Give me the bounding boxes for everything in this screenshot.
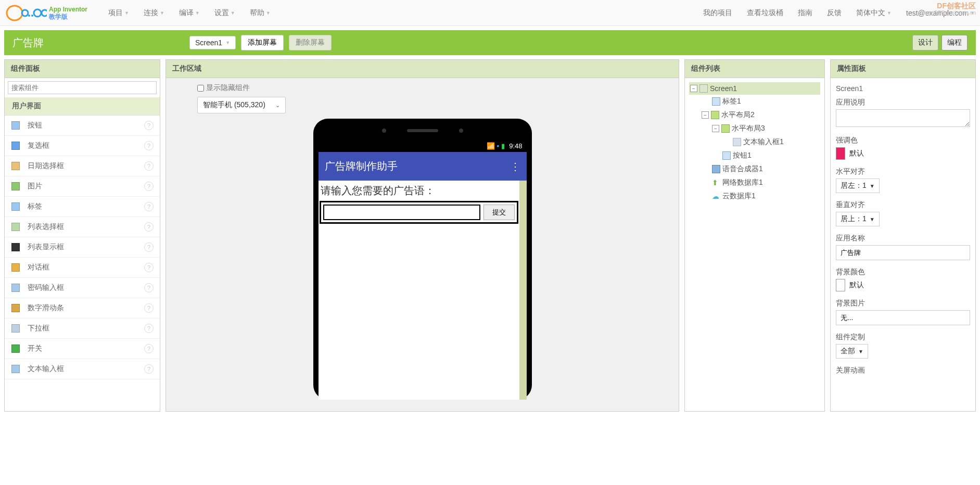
menu-help[interactable]: 帮助▼ — [250, 8, 271, 18]
tree-screen1[interactable]: − Screen1 — [689, 82, 820, 95]
component-icon — [11, 182, 20, 191]
help-icon[interactable]: ? — [144, 222, 154, 232]
menu-settings[interactable]: 设置▼ — [214, 8, 235, 18]
svg-point-2 — [28, 15, 30, 17]
palette-item-1[interactable]: 复选框? — [5, 136, 160, 156]
tree-button1[interactable]: 按钮1 — [689, 149, 820, 162]
tree-tts1[interactable]: 语音合成器1 — [689, 162, 820, 176]
link-guide[interactable]: 指南 — [798, 8, 812, 18]
prop-closeanim-label: 关屏动画 — [836, 366, 970, 375]
prop-bgcolor-value[interactable]: 默认 — [836, 279, 970, 291]
help-icon[interactable]: ? — [144, 242, 154, 252]
palette-item-5[interactable]: 列表选择框? — [5, 217, 160, 237]
appbar: 广告牌制作助手 ⋮ — [319, 152, 527, 181]
components-panel: 组件列表 − Screen1 标签1 − 水平布局2 − 水平布局3 — [684, 59, 825, 412]
screen-select[interactable]: Screen1▼ — [189, 36, 236, 49]
palette-item-4[interactable]: 标签? — [5, 197, 160, 217]
help-icon[interactable]: ? — [144, 182, 154, 191]
tree-label1[interactable]: 标签1 — [689, 95, 820, 108]
tree-hlayout2[interactable]: − 水平布局2 — [689, 108, 820, 122]
tree-webdb1[interactable]: ⬆ 网络数据库1 — [689, 176, 820, 189]
tts-icon — [712, 165, 720, 173]
submit-button[interactable]: 提交 — [483, 205, 515, 220]
palette-item-label: 按钮 — [28, 121, 144, 130]
palette-item-8[interactable]: 密码输入框? — [5, 278, 160, 298]
help-icon[interactable]: ? — [144, 202, 154, 211]
palette-item-label: 对话框 — [28, 263, 144, 272]
palette-item-10[interactable]: 下拉框? — [5, 318, 160, 339]
ad-text-input[interactable] — [323, 205, 480, 220]
help-icon[interactable]: ? — [144, 161, 154, 171]
button-icon — [722, 151, 731, 160]
workspace-panel: 工作区域 显示隐藏组件 智能手机 (505,320)⌄ 📶 ▪ ▮ 9:48 广… — [166, 59, 679, 412]
palette-item-12[interactable]: 文本输入框? — [5, 359, 160, 379]
palette-header: 组件面板 — [5, 60, 160, 78]
palette-item-label: 文本输入框 — [28, 364, 144, 374]
label-icon — [712, 97, 720, 106]
menu-dots-icon[interactable]: ⋮ — [510, 160, 520, 173]
palette-item-11[interactable]: 开关? — [5, 339, 160, 359]
chevron-down-icon: ▼ — [124, 10, 129, 16]
link-feedback[interactable]: 反馈 — [827, 8, 842, 18]
color-swatch — [836, 279, 845, 291]
menu-project[interactable]: 项目▼ — [108, 8, 129, 18]
link-my-projects[interactable]: 我的项目 — [703, 8, 732, 18]
prop-bgimage-input[interactable] — [836, 310, 970, 325]
help-icon[interactable]: ? — [144, 364, 154, 374]
prop-appdesc-input[interactable] — [836, 109, 970, 127]
palette-category[interactable]: 用户界面 — [5, 97, 160, 116]
help-icon[interactable]: ? — [144, 324, 154, 333]
device-select[interactable]: 智能手机 (505,320)⌄ — [197, 97, 286, 113]
collapse-icon[interactable]: − — [702, 111, 709, 119]
component-icon — [11, 121, 20, 130]
help-icon[interactable]: ? — [144, 263, 154, 272]
prop-valign-select[interactable]: 居上：1▼ — [836, 212, 880, 226]
help-icon[interactable]: ? — [144, 283, 154, 292]
tree-clouddb1[interactable]: ☁ 云数据库1 — [689, 189, 820, 203]
delete-screen-button[interactable]: 删除屏幕 — [289, 35, 332, 50]
help-icon[interactable]: ? — [144, 141, 154, 150]
collapse-icon[interactable]: − — [690, 85, 697, 92]
chevron-down-icon: ▼ — [195, 10, 200, 16]
prop-appname-label: 应用名称 — [836, 234, 970, 243]
palette-item-label: 日期选择框 — [28, 161, 144, 171]
menu-language[interactable]: 简体中文▼ — [856, 8, 892, 18]
link-trash[interactable]: 查看垃圾桶 — [747, 8, 783, 18]
workspace-header: 工作区域 — [166, 60, 679, 78]
menu-connect[interactable]: 连接▼ — [144, 8, 164, 18]
topnav: 项目▼ 连接▼ 编译▼ 设置▼ 帮助▼ — [108, 8, 271, 18]
collapse-icon[interactable]: − — [712, 125, 719, 132]
palette-item-3[interactable]: 图片? — [5, 176, 160, 197]
project-title: 广告牌 — [12, 36, 44, 50]
prop-accent-value[interactable]: 默认 — [836, 147, 970, 160]
show-hidden-checkbox[interactable]: 显示隐藏组件 — [197, 83, 647, 93]
design-toggle[interactable]: 设计 — [912, 35, 938, 50]
chevron-down-icon: ⌄ — [275, 102, 280, 109]
add-screen-button[interactable]: 添加屏幕 — [241, 35, 284, 50]
palette-search-input[interactable] — [8, 81, 157, 94]
palette-item-0[interactable]: 按钮? — [5, 116, 160, 136]
tree-hlayout3[interactable]: − 水平布局3 — [689, 122, 820, 135]
palette-item-label: 图片 — [28, 182, 144, 191]
help-icon[interactable]: ? — [144, 344, 154, 353]
help-icon[interactable]: ? — [144, 303, 154, 313]
tree-textbox1[interactable]: 文本输入框1 — [689, 135, 820, 149]
chevron-down-icon: ▼ — [266, 10, 271, 16]
palette-item-9[interactable]: 数字滑动条? — [5, 298, 160, 318]
menu-build[interactable]: 编译▼ — [179, 8, 200, 18]
properties-header: 属性面板 — [831, 60, 975, 78]
prop-custom-select[interactable]: 全部▼ — [836, 344, 868, 359]
help-icon[interactable]: ? — [144, 121, 154, 130]
chevron-down-icon: ▼ — [870, 216, 875, 222]
palette-item-6[interactable]: 列表显示框? — [5, 237, 160, 258]
prop-halign-select[interactable]: 居左：1▼ — [836, 178, 880, 193]
palette-item-label: 下拉框 — [28, 324, 144, 333]
logo[interactable]: App Inventor教学版 — [5, 4, 87, 22]
palette-item-2[interactable]: 日期选择框? — [5, 156, 160, 176]
blocks-toggle[interactable]: 编程 — [941, 35, 968, 50]
palette-item-7[interactable]: 对话框? — [5, 258, 160, 278]
chevron-down-icon: ▼ — [231, 10, 235, 16]
svg-point-5 — [42, 10, 47, 16]
prompt-label: 请输入您需要的广告语： — [320, 182, 518, 200]
prop-appname-input[interactable] — [836, 245, 970, 260]
